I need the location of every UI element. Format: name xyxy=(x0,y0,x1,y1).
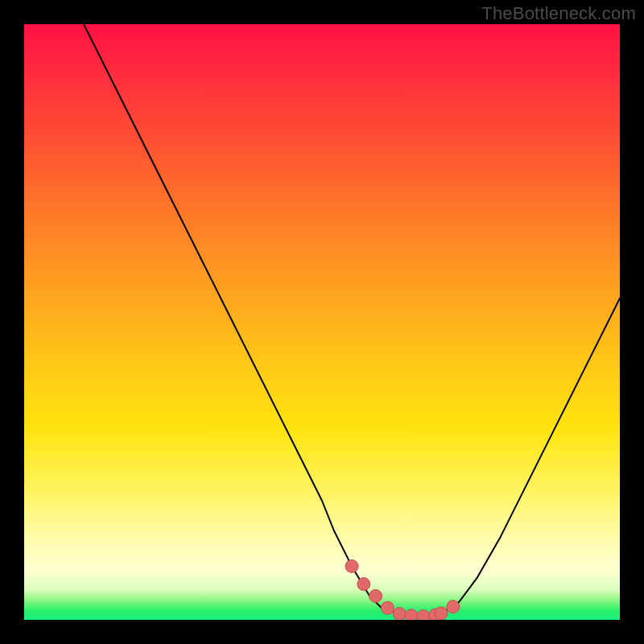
marker-point xyxy=(357,578,370,591)
marker-point xyxy=(417,610,430,620)
marker-point xyxy=(369,589,382,602)
highlighted-markers xyxy=(345,559,460,620)
marker-point xyxy=(405,609,418,620)
curve-layer xyxy=(24,24,620,620)
marker-point xyxy=(393,608,406,620)
plot-area xyxy=(24,24,620,620)
watermark-text: TheBottleneck.com xyxy=(481,3,636,24)
marker-point xyxy=(447,601,460,613)
marker-point xyxy=(435,607,448,620)
marker-point xyxy=(381,601,394,614)
bottleneck-curve xyxy=(84,24,620,617)
marker-point xyxy=(345,559,358,572)
chart-frame: TheBottleneck.com xyxy=(0,0,644,644)
